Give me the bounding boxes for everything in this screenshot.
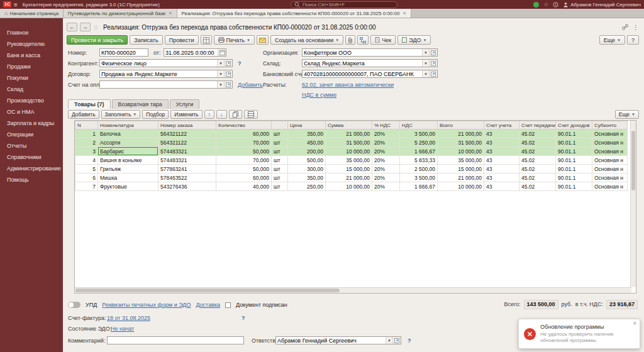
attachments-button[interactable] [345,35,355,45]
sidebar-item[interactable]: Зарплата и кадры [0,118,63,129]
table-cell[interactable]: 564321122 [158,129,216,138]
column-header[interactable]: Субконто [592,121,628,129]
horizontal-scrollbar[interactable] [75,287,631,293]
table-cell[interactable]: шт [272,165,288,173]
table-cell[interactable]: 2 500,00 [400,165,438,173]
send-email-button[interactable] [257,35,269,45]
sidebar-item[interactable]: Помощь [0,174,63,185]
counterparty-help[interactable]: ? [238,60,242,67]
table-cell[interactable]: 577863241 [158,165,216,173]
table-cell[interactable]: Ассорти [98,138,158,147]
table-cell[interactable]: 45.02 [519,147,556,156]
tab-document[interactable]: Реализация: Отгрузка без перехода права … [177,9,411,18]
table-cell[interactable]: 300,00 [288,165,326,173]
notification-title[interactable]: Обновление программы [540,324,635,330]
sidebar-item[interactable]: Справочники [0,151,63,163]
post-button[interactable]: Провести [165,35,199,45]
number-input[interactable] [99,48,148,57]
forward-button[interactable]: → [80,23,91,31]
table-cell[interactable]: 10 000,00 [438,147,484,156]
sidebar-item[interactable]: Операции [0,129,63,140]
table-cell[interactable]: 564321122 [158,138,216,147]
table-cell[interactable]: 10 000,00 [326,182,372,191]
column-header[interactable]: Счет передачи [519,121,556,129]
sidebar-item[interactable]: ОС и НМА [0,106,63,118]
grid-more-button[interactable]: Еще ▼ [615,110,639,119]
table-cell[interactable]: 1 666,67 [400,147,438,156]
favorites-icon[interactable]: ☆ [543,1,548,8]
vat-link[interactable]: НДС в сумме [302,92,336,98]
table-cell[interactable]: шт [272,129,288,138]
warehouse-input[interactable] [303,60,422,67]
table-cell[interactable]: 43 [484,138,519,147]
sidebar-item[interactable]: Администрирование [0,163,63,174]
table-cell[interactable]: 45.02 [519,129,556,138]
table-cell[interactable]: 40,000 [216,182,272,191]
table-cell[interactable]: шт [272,182,288,191]
date-input[interactable] [164,49,218,56]
scrollbar-thumb[interactable] [75,289,340,292]
table-cell[interactable]: 500,00 [288,156,326,165]
copy-row-button[interactable] [229,110,242,119]
column-header[interactable]: Номер заказа [158,121,216,129]
responsible-help[interactable]: ? [408,338,411,344]
table-cell[interactable]: Фруктовые [98,182,158,191]
sidebar-item[interactable]: Банк и касса [0,50,63,61]
table-cell[interactable]: Основная н [592,165,628,173]
tab-goods[interactable]: Товары (7) [68,99,111,109]
chevron-down-icon[interactable]: ▼ [386,337,392,344]
document-signed-checkbox[interactable] [225,302,231,308]
table-cell[interactable]: 90.01.1 [556,129,592,138]
print-button[interactable]: Печать ▼ [214,35,255,45]
table-cell[interactable]: 15 000,00 [438,165,484,173]
table-cell[interactable]: 350,00 [288,129,326,138]
table-cell[interactable]: 20% [372,165,400,173]
open-link-icon[interactable] [429,70,437,77]
scrollbar-thumb[interactable] [631,131,635,190]
show-postings-button[interactable] [201,35,212,45]
table-cell[interactable]: 35 000,00 [326,156,372,165]
calendar-icon[interactable] [218,49,226,56]
table-cell[interactable]: 15 000,00 [326,165,372,173]
history-icon[interactable] [553,2,558,8]
discussions-icon[interactable] [533,2,539,8]
table-cell[interactable]: Основная н [592,173,628,182]
move-down-button[interactable]: ↓ [216,110,227,119]
table-cell[interactable]: 90.01.1 [556,147,592,156]
table-cell[interactable]: 21 000,00 [326,129,372,138]
open-link-icon[interactable] [224,60,232,67]
table-cell[interactable]: 574483321 [158,156,216,165]
table-cell[interactable]: 450,00 [288,138,326,147]
invoice-issued-link[interactable]: 18 от 31.08.2025 [107,315,150,321]
close-icon[interactable]: × [169,10,172,16]
table-row[interactable]: 7Фруктовые54327643640,000шт250,0010 000,… [75,182,628,191]
table-cell[interactable]: 543276436 [158,182,216,191]
chevron-down-icon[interactable]: ▼ [422,60,429,67]
vertical-scrollbar[interactable] [630,121,636,287]
back-button[interactable]: ← [67,23,77,31]
table-cell[interactable]: 43 [484,129,519,138]
table-cell[interactable]: шт [272,156,288,165]
receipt-button[interactable]: Чек [370,35,396,45]
tab-home[interactable]: ⌂ Начальная страница [0,9,64,18]
table-cell[interactable]: 20% [372,138,400,147]
table-row[interactable]: 1Белочка56432112260,000шт350,0021 000,00… [75,129,628,138]
tab-returnable-packaging[interactable]: Возвратная тара [112,99,169,109]
column-header[interactable]: НДС [400,121,438,129]
table-cell[interactable]: Основная н [592,138,628,147]
table-cell[interactable]: 5 833,33 [400,156,438,165]
contract-input[interactable] [100,70,217,77]
table-cell[interactable]: 10 000,00 [438,182,484,191]
table-cell[interactable]: 45.02 [519,173,556,182]
table-cell[interactable]: 50,000 [216,147,272,156]
table-cell[interactable]: 5 [75,165,98,173]
sidebar-item[interactable]: Производство [0,95,63,106]
move-up-button[interactable]: ↑ [204,110,215,119]
table-cell[interactable]: 45.02 [519,156,556,165]
table-cell[interactable]: 4 [75,156,98,165]
column-header[interactable]: Счет доходов [556,121,592,129]
table-cell[interactable]: 21 000,00 [438,129,484,138]
table-cell[interactable]: 50,000 [216,165,272,173]
comment-input[interactable] [107,336,244,344]
chevron-down-icon[interactable]: ▼ [217,60,224,67]
